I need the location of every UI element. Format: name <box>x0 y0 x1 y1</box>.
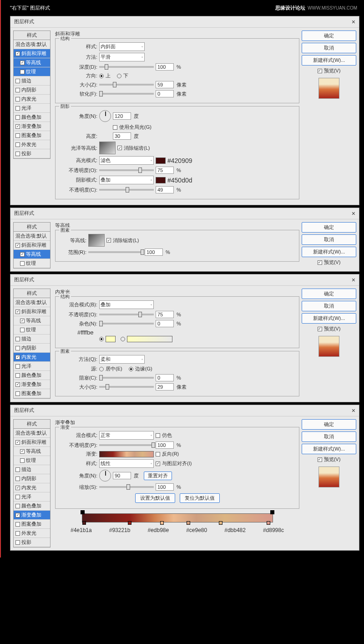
align-chk[interactable] <box>156 461 160 466</box>
gradient-editor[interactable] <box>82 513 273 522</box>
chk[interactable] <box>15 152 20 156</box>
reverse-chk[interactable] <box>156 452 160 456</box>
list-item[interactable]: 等高线 <box>14 250 50 259</box>
chk[interactable] <box>15 115 20 120</box>
blend-select[interactable]: 正常 <box>99 431 154 440</box>
aa-chk[interactable] <box>106 238 111 243</box>
chk[interactable] <box>15 106 20 111</box>
dir-down-radio[interactable] <box>117 74 121 78</box>
hl-op-slider[interactable] <box>99 169 154 171</box>
depth-slider[interactable] <box>99 66 154 68</box>
new-style-button[interactable]: 新建样式(W)... <box>302 55 356 66</box>
reset-default-button[interactable]: 复位为默认值 <box>180 493 220 503</box>
new-style-button[interactable]: 新建样式(W)... <box>302 313 356 324</box>
list-item[interactable]: 内阴影 <box>14 86 50 95</box>
size-slider[interactable] <box>99 84 154 86</box>
grad-style-select[interactable]: 线性 <box>99 459 154 468</box>
angle-dial[interactable] <box>99 470 111 482</box>
cancel-button[interactable]: 取消 <box>302 431 356 442</box>
list-item[interactable]: 斜面和浮雕 <box>14 241 50 250</box>
gloss-contour[interactable] <box>99 142 116 154</box>
cancel-button[interactable]: 取消 <box>302 234 356 245</box>
ok-button[interactable]: 确定 <box>302 419 356 430</box>
blend-default[interactable]: 混合选项:默认 <box>14 40 50 49</box>
list-item[interactable]: 颜色叠加 <box>14 113 50 122</box>
set-default-button[interactable]: 设置为默认值 <box>135 493 175 503</box>
ok-button[interactable]: 确定 <box>302 289 356 299</box>
chk[interactable] <box>15 124 20 129</box>
sh-swatch[interactable] <box>156 177 166 183</box>
chk[interactable] <box>20 70 25 74</box>
color-stop[interactable] <box>267 521 270 525</box>
soften-slider[interactable] <box>99 93 154 95</box>
close-icon[interactable]: × <box>352 18 355 25</box>
color-stop[interactable] <box>187 521 190 525</box>
new-style-button[interactable]: 新建样式(W)... <box>302 247 356 257</box>
chk[interactable] <box>15 79 20 83</box>
opacity-stop[interactable] <box>270 510 274 514</box>
dir-up-radio[interactable] <box>99 74 104 78</box>
range-input[interactable]: 100 <box>145 248 163 256</box>
cancel-button[interactable]: 取消 <box>302 301 356 311</box>
styles-header[interactable]: 样式 <box>13 30 51 40</box>
close-icon[interactable]: × <box>352 407 355 414</box>
sh-op-input[interactable]: 49 <box>156 186 174 193</box>
list-item[interactable]: 投影 <box>14 149 50 158</box>
blend-select[interactable]: 叠加 <box>99 300 154 309</box>
list-item[interactable]: 渐变叠加 <box>14 122 50 131</box>
reset-align-button[interactable]: 重置对齐 <box>144 472 172 480</box>
color-stop[interactable] <box>82 521 86 525</box>
glow-gradient[interactable] <box>127 336 172 342</box>
hl-swatch[interactable] <box>156 157 166 164</box>
list-item[interactable]: 描边 <box>14 76 50 86</box>
list-item[interactable]: 等高线 <box>14 58 50 67</box>
chk[interactable] <box>15 97 20 101</box>
cancel-button[interactable]: 取消 <box>302 43 356 53</box>
chk[interactable] <box>15 51 20 56</box>
list-item[interactable]: 斜面和浮雕 <box>14 49 50 58</box>
ok-button[interactable]: 确定 <box>302 222 356 233</box>
ok-button[interactable]: 确定 <box>302 30 356 41</box>
color-stop[interactable] <box>219 521 222 525</box>
angle-input[interactable]: 120 <box>113 112 131 120</box>
preview-chk[interactable] <box>318 69 322 73</box>
sh-mode-select[interactable]: 叠加 <box>99 176 154 184</box>
opacity-stop[interactable] <box>81 510 85 514</box>
grad-radio[interactable] <box>121 337 125 341</box>
chk[interactable] <box>15 142 20 147</box>
chk[interactable] <box>15 88 20 92</box>
new-style-button[interactable]: 新建样式(W)... <box>302 444 356 454</box>
size-input[interactable]: 59 <box>156 81 174 88</box>
angle-dial[interactable] <box>99 110 111 122</box>
aa-chk[interactable] <box>117 146 122 150</box>
color-radio[interactable] <box>99 337 104 341</box>
close-icon[interactable]: × <box>352 210 355 217</box>
list-item[interactable]: 内发光 <box>14 95 50 104</box>
edge-radio[interactable] <box>129 367 133 371</box>
contour-curve[interactable] <box>88 234 105 247</box>
gradient-preview[interactable] <box>99 451 154 457</box>
list-item[interactable]: 纹理 <box>14 259 50 268</box>
list-item[interactable]: 图案叠加 <box>14 131 50 140</box>
list-item[interactable]: 外发光 <box>14 140 50 149</box>
color-stop[interactable] <box>128 521 131 525</box>
range-slider[interactable] <box>88 251 143 253</box>
dither-chk[interactable] <box>156 433 160 438</box>
color-swatch[interactable] <box>106 336 116 342</box>
center-radio[interactable] <box>99 367 104 371</box>
chk[interactable] <box>20 61 25 65</box>
depth-input[interactable]: 100 <box>156 63 174 71</box>
close-icon[interactable]: × <box>352 276 355 284</box>
list-item[interactable]: 纹理 <box>14 67 50 76</box>
hl-mode-select[interactable]: 滤色 <box>99 156 154 165</box>
soften-input[interactable]: 0 <box>156 90 174 97</box>
hl-op-input[interactable]: 75 <box>156 167 174 174</box>
method-select[interactable]: 平滑 <box>99 53 145 61</box>
chk[interactable] <box>15 133 20 138</box>
style-select[interactable]: 内斜面 <box>99 42 145 51</box>
alt-input[interactable]: 30 <box>113 132 131 140</box>
list-item[interactable]: 光泽 <box>14 104 50 113</box>
global-chk[interactable] <box>113 125 117 130</box>
sh-op-slider[interactable] <box>99 189 154 191</box>
method-select[interactable]: 柔和 <box>99 355 145 364</box>
